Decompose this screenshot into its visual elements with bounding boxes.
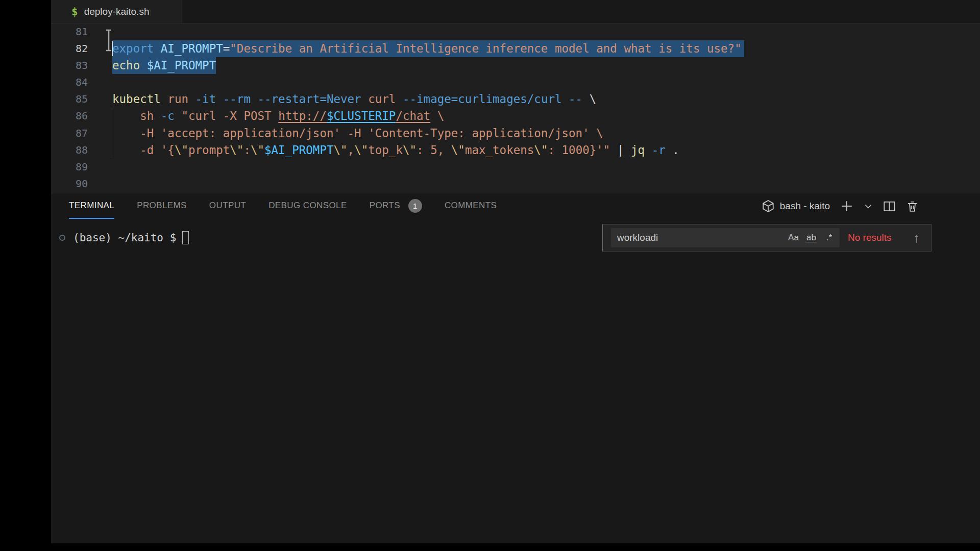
panel-tab-label: OUTPUT <box>209 201 246 211</box>
terminal-session-label: bash - kaito <box>780 201 830 212</box>
chevron-down-icon <box>864 202 873 211</box>
code-line[interactable] <box>112 74 980 91</box>
line-number[interactable]: 86 <box>51 108 88 124</box>
code-token: $AI_PROMPT <box>147 59 216 72</box>
code-token: = <box>223 42 230 55</box>
terminal-find-widget: workloadi Aa ab .* No results ↑ <box>602 224 932 252</box>
code-token: export <box>112 42 161 55</box>
code-token: -r <box>645 143 666 157</box>
find-input[interactable]: workloadi Aa ab .* <box>611 228 840 247</box>
line-number[interactable]: 83 <box>51 57 88 74</box>
kill-terminal-button[interactable] <box>906 200 919 213</box>
code-token: /chat <box>396 109 430 122</box>
panel-tab-terminal[interactable]: TERMINAL <box>69 193 114 219</box>
editor-tab-deploy-kaito[interactable]: $ deploy-kaito.sh <box>51 0 182 23</box>
panel-tab-debug-console[interactable]: DEBUG CONSOLE <box>268 193 347 219</box>
code-token: max_tokens <box>465 143 534 157</box>
line-number[interactable]: 87 <box>51 125 88 142</box>
line-number[interactable]: 88 <box>51 142 88 159</box>
command-decoration-icon <box>59 235 65 241</box>
code-token: kubectl <box>112 92 167 106</box>
panel-tab-label: PROBLEMS <box>137 201 187 211</box>
code-token: : 5, <box>416 143 451 157</box>
code-token: $AI_PROMPT <box>264 143 333 157</box>
new-terminal-button[interactable] <box>840 199 853 213</box>
code-line[interactable]: -H 'accept: application/json' -H 'Conten… <box>112 125 980 142</box>
panel-tab-label: DEBUG CONSOLE <box>268 201 347 211</box>
terminal-controls: bash - kaito <box>762 193 919 219</box>
code-editor[interactable]: 81828384858687888990 export AI_PROMPT="D… <box>51 23 980 192</box>
trash-icon <box>906 200 919 213</box>
whole-word-button[interactable]: ab <box>803 230 820 245</box>
code-token: -d '{ <box>112 143 175 157</box>
code-token: . <box>666 143 679 157</box>
code-token: top_k <box>368 143 403 157</box>
code-token: \" <box>334 143 348 157</box>
code-token: \ <box>590 92 597 106</box>
tab-filename: deploy-kaito.sh <box>84 6 150 17</box>
panel-tab-problems[interactable]: PROBLEMS <box>137 193 187 219</box>
panel-tab-output[interactable]: OUTPUT <box>209 193 246 219</box>
terminal-session[interactable]: bash - kaito <box>762 199 830 213</box>
code-token: "Describe an Artificial Intelligence inf… <box>230 42 741 55</box>
code-token: -H 'accept: application/json' -H 'Conten… <box>112 127 603 140</box>
code-token: echo <box>112 59 147 72</box>
line-number[interactable]: 82 <box>51 40 88 57</box>
panel-tab-label: TERMINAL <box>69 201 114 211</box>
line-number[interactable]: 85 <box>51 91 88 108</box>
code-token: \" <box>534 143 548 157</box>
code-token: : <box>243 143 251 157</box>
code-token: \" <box>251 143 264 157</box>
split-terminal-button[interactable] <box>883 200 896 213</box>
code-token: -c <box>161 109 182 122</box>
code-token: -it --rm --restart=Never <box>195 92 369 106</box>
editor-gutter: 81828384858687888990 <box>51 23 112 192</box>
code-line[interactable]: -d '{\"prompt\":\"$AI_PROMPT\",\"top_k\"… <box>112 142 980 159</box>
panel-tab-label: COMMENTS <box>445 201 497 211</box>
find-option-buttons: Aa ab .* <box>785 230 838 245</box>
mouse-ibeam-cursor <box>104 29 113 52</box>
code-token: \" <box>354 143 368 157</box>
code-token: \" <box>403 143 416 157</box>
code-token: "curl -X POST <box>181 109 278 122</box>
code-line[interactable]: sh -c "curl -X POST http://$CLUSTERIP/ch… <box>112 108 980 124</box>
code-line[interactable] <box>112 159 980 176</box>
code-token: --image=curlimages/curl -- <box>403 92 590 106</box>
panel-tab-ports[interactable]: PORTS1 <box>370 193 422 219</box>
line-number[interactable]: 90 <box>51 176 88 192</box>
ports-count-badge: 1 <box>408 199 422 213</box>
split-panes-icon <box>883 200 896 213</box>
code-token: sh <box>112 109 161 122</box>
line-number[interactable]: 84 <box>51 74 88 91</box>
code-line[interactable]: kubectl run -it --rm --restart=Never cur… <box>112 91 980 108</box>
code-lines: export AI_PROMPT="Describe an Artificial… <box>112 23 980 192</box>
bottom-panel: TERMINALPROBLEMSOUTPUTDEBUG CONSOLEPORTS… <box>51 193 980 543</box>
code-token: \" <box>451 143 465 157</box>
panel-tab-label: PORTS <box>370 201 400 211</box>
code-line[interactable]: echo $AI_PROMPT <box>112 57 980 74</box>
line-number[interactable]: 89 <box>51 159 88 176</box>
code-token: : 1000}'" <box>548 143 610 157</box>
terminal-profile-dropdown-button[interactable] <box>864 202 873 211</box>
code-token: prompt <box>188 143 230 157</box>
code-token: $CLUSTERIP <box>327 109 396 122</box>
code-token: run <box>167 92 195 106</box>
find-status: No results <box>848 232 892 243</box>
code-token: , <box>348 143 355 157</box>
plus-icon <box>840 199 853 213</box>
code-line[interactable]: export AI_PROMPT="Describe an Artificial… <box>112 40 980 57</box>
find-previous-button[interactable]: ↑ <box>910 231 923 245</box>
terminal-profile-cube-icon <box>762 199 775 213</box>
line-number[interactable]: 81 <box>51 23 88 40</box>
panel-tab-comments[interactable]: COMMENTS <box>445 193 497 219</box>
find-query-text: workloadi <box>617 232 658 243</box>
code-token: jq <box>631 143 645 157</box>
match-case-button[interactable]: Aa <box>785 230 802 245</box>
shell-file-icon: $ <box>71 6 78 18</box>
code-line[interactable] <box>112 23 980 40</box>
terminal-viewport[interactable]: (base) ~/kaito $ <box>59 225 189 251</box>
code-token: | <box>610 143 631 157</box>
code-line[interactable] <box>112 176 980 192</box>
terminal-prompt: (base) ~/kaito $ <box>73 232 176 244</box>
regex-button[interactable]: .* <box>821 230 838 245</box>
